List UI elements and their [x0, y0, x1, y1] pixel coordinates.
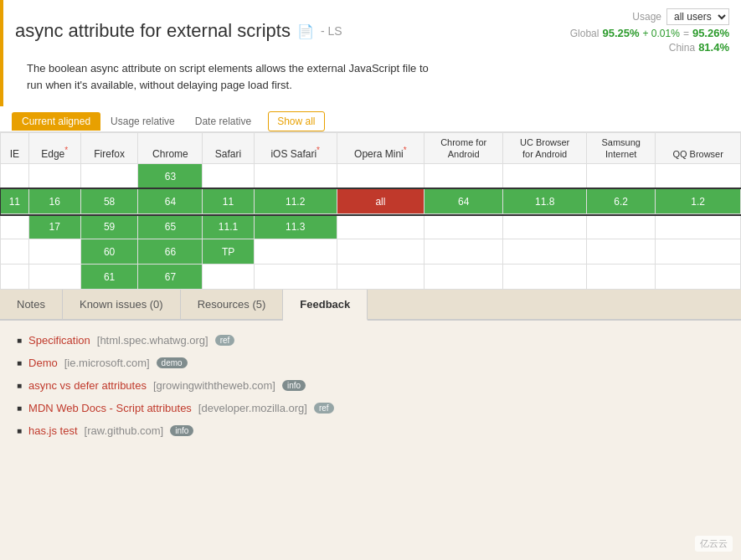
resource-domain-2: [growingwiththeweb.com]: [153, 379, 275, 392]
compat-cell-r4-c3: 67: [138, 265, 203, 290]
compat-cell-r2-c2: 59: [80, 214, 138, 239]
compat-cell-r0-c4: [203, 164, 254, 189]
resource-link-3[interactable]: MDN Web Docs - Script attributes: [28, 402, 192, 414]
doc-icon: 📄: [297, 23, 314, 39]
compat-cell-r1-c0: 11: [1, 189, 29, 214]
compat-cell-r4-c0: [1, 265, 29, 290]
compat-cell-r0-c1: [28, 164, 80, 189]
china-row: China 81.4%: [570, 41, 729, 54]
compat-cell-r3-c1: [28, 239, 80, 265]
resource-link-4[interactable]: has.js test: [28, 424, 78, 437]
compat-cell-r3-c4: TP: [203, 239, 254, 265]
compat-table: IE Edge* Firefox Chrome Safari iOS Safar…: [0, 132, 741, 290]
th-ie: IE: [1, 133, 29, 164]
tab-resources[interactable]: Resources (5): [181, 290, 284, 319]
compat-row-2: 17596511.111.3: [1, 214, 741, 239]
tab-current-aligned[interactable]: Current aligned: [12, 112, 100, 131]
show-all-button[interactable]: Show all: [268, 111, 324, 131]
compat-cell-r0-c5: [254, 164, 337, 189]
tab-date-relative[interactable]: Date relative: [185, 112, 261, 131]
compat-cell-r1-c4: 11: [203, 189, 254, 214]
compat-cell-r0-c3: 63: [138, 164, 203, 189]
resource-link-0[interactable]: Specification: [28, 334, 90, 347]
th-safari: Safari: [203, 133, 254, 164]
china-label: China: [669, 42, 695, 54]
bullet-icon: ■: [17, 426, 22, 435]
page-title: async attribute for external scripts: [15, 20, 291, 42]
global-row: Global 95.25% + 0.01% = 95.26%: [570, 27, 729, 39]
tab-feedback[interactable]: Feedback: [283, 290, 368, 321]
resource-badge-4: info: [170, 425, 193, 436]
compat-cell-r3-c5: [254, 239, 337, 265]
tab-usage-relative[interactable]: Usage relative: [100, 112, 185, 131]
th-samsung: SamsungInternet: [587, 133, 656, 164]
compat-cell-r3-c3: 66: [138, 239, 203, 265]
th-ios-safari: iOS Safari*: [254, 133, 337, 164]
resource-item-4: ■has.js test [raw.github.com] info: [17, 424, 724, 437]
compat-row-0: 63: [1, 164, 741, 189]
global-diff: + 0.01%: [643, 28, 680, 39]
th-firefox: Firefox: [80, 133, 138, 164]
title-left: async attribute for external scripts 📄 -…: [15, 20, 342, 42]
compat-cell-r0-c10: [656, 164, 741, 189]
compat-cell-r4-c4: [203, 265, 254, 290]
description: The boolean async attribute on script el…: [15, 54, 450, 101]
china-pct: 81.4%: [698, 41, 729, 54]
compat-cell-r2-c4: 11.1: [203, 214, 254, 239]
compat-row-3: 6066TP: [1, 239, 741, 265]
compat-cell-r3-c8: [503, 239, 587, 265]
resource-item-1: ■Demo [ie.microsoft.com] demo: [17, 357, 724, 369]
compat-cell-r2-c6: [337, 214, 424, 239]
compat-cell-r4-c8: [503, 265, 587, 290]
compat-cell-r0-c9: [587, 164, 656, 189]
resource-domain-3: [developer.mozilla.org]: [198, 402, 307, 414]
resource-badge-1: demo: [157, 357, 188, 368]
th-chrome: Chrome: [138, 133, 203, 164]
compat-cell-r0-c2: [80, 164, 138, 189]
top-bar: async attribute for external scripts 📄 -…: [0, 0, 741, 106]
compat-cell-r4-c6: [337, 265, 424, 290]
compat-cell-r2-c3: 65: [138, 214, 203, 239]
resource-item-3: ■MDN Web Docs - Script attributes [devel…: [17, 402, 724, 414]
resources-section: ■Specification [html.spec.whatwg.org] re…: [0, 321, 741, 460]
compat-cell-r3-c6: [337, 239, 424, 265]
global-eq: =: [683, 28, 689, 39]
resource-domain-0: [html.spec.whatwg.org]: [97, 334, 208, 347]
users-select[interactable]: all users: [666, 8, 729, 25]
usage-panel: Usage all users Global 95.25% + 0.01% = …: [570, 8, 729, 54]
global-label: Global: [570, 28, 599, 39]
global-pct: 95.25%: [602, 27, 639, 39]
resource-badge-3: ref: [314, 403, 334, 414]
compat-cell-r4-c2: 61: [80, 265, 138, 290]
compat-cell-r4-c9: [587, 265, 656, 290]
tab-known-issues[interactable]: Known issues (0): [63, 290, 181, 319]
compat-cell-r0-c8: [503, 164, 587, 189]
compat-cell-r1-c8: 11.8: [503, 189, 587, 214]
title-row: async attribute for external scripts 📄 -…: [15, 8, 729, 54]
compat-cell-r3-c9: [587, 239, 656, 265]
compat-cell-r2-c8: [503, 214, 587, 239]
view-tabs-row: Current aligned Usage relative Date rela…: [0, 106, 741, 132]
resource-domain-1: [ie.microsoft.com]: [64, 357, 150, 369]
compat-cell-r1-c10: 1.2: [656, 189, 741, 214]
resource-link-1[interactable]: Demo: [28, 357, 58, 369]
bullet-icon: ■: [17, 336, 22, 345]
compat-cell-r2-c5: 11.3: [254, 214, 337, 239]
bullet-icon: ■: [17, 358, 22, 367]
bottom-tabs: Notes Known issues (0) Resources (5) Fee…: [0, 290, 741, 321]
ls-badge: - LS: [321, 24, 342, 38]
compat-cell-r1-c2: 58: [80, 189, 138, 214]
compat-cell-r1-c9: 6.2: [587, 189, 656, 214]
compat-cell-r1-c5: 11.2: [254, 189, 337, 214]
compat-cell-r2-c7: [425, 214, 503, 239]
compat-cell-r2-c10: [656, 214, 741, 239]
usage-label: Usage: [632, 11, 661, 23]
tab-notes[interactable]: Notes: [0, 290, 63, 319]
resource-item-0: ■Specification [html.spec.whatwg.org] re…: [17, 334, 724, 347]
compat-cell-r3-c10: [656, 239, 741, 265]
th-opera-mini: Opera Mini*: [337, 133, 424, 164]
compat-cell-r2-c1: 17: [28, 214, 80, 239]
th-chrome-android: Chrome forAndroid: [425, 133, 503, 164]
resource-link-2[interactable]: async vs defer attributes: [28, 379, 147, 392]
bullet-icon: ■: [17, 381, 22, 390]
